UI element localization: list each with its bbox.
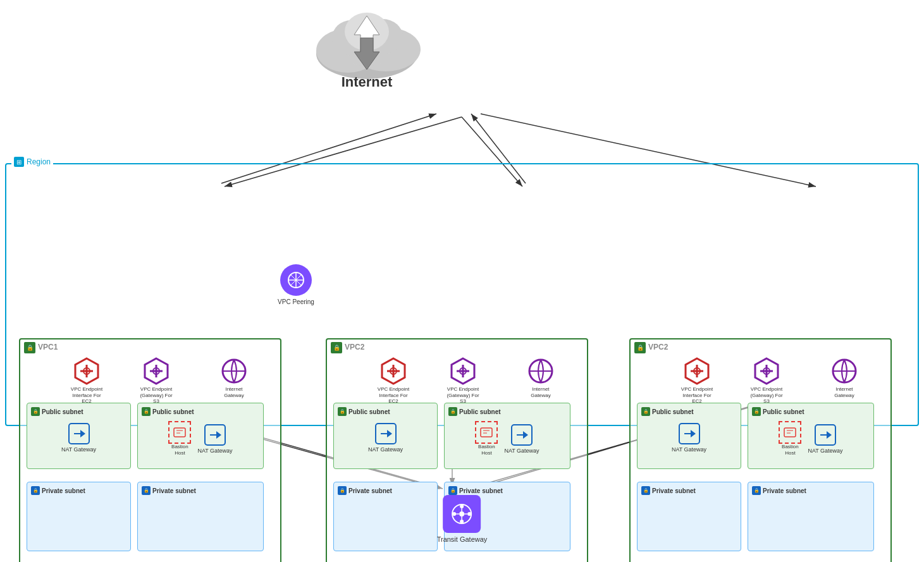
vpc1-ps2-nat: NAT Gateway — [197, 424, 232, 454]
transit-gateway-svg — [450, 501, 475, 527]
svg-marker-41 — [216, 431, 221, 439]
vpc2-public-subnet2: 🔒 Public subnet BastionHost — [444, 403, 570, 469]
vpc1-ps1-lock: 🔒 — [31, 407, 40, 416]
vpc2-bastion-label: BastionHost — [475, 444, 498, 456]
vpc2-ps2-label: Public subnet — [459, 408, 501, 415]
vpc-peering: VPC Peering — [271, 264, 321, 305]
vpc1-bastion-icon — [168, 421, 191, 444]
vpc2-ps1-label: Public subnet — [348, 408, 390, 415]
transit-gateway-label: Transit Gateway — [437, 535, 488, 543]
vpc2-priv2-label: Private subnet — [459, 487, 503, 494]
vpc2-bastion: BastionHost — [475, 421, 498, 456]
vpc3-endpoint-gateway-label: VPC Endpoint(Gateway) For S3 — [748, 386, 785, 405]
vpc2-ps2-nat: NAT Gateway — [504, 424, 539, 454]
vpc1-bastion: BastionHost — [168, 421, 191, 456]
vpc1-endpoint-interface: VPC EndpointInterface For EC2 — [68, 357, 106, 405]
vpc2-endpoint-gateway-icon — [449, 357, 477, 385]
svg-marker-78 — [691, 430, 696, 437]
vpc1-endpoint-interface-icon — [73, 357, 101, 385]
vpc1-internet-gateway-label: Internet Gateway — [215, 386, 253, 398]
vpc1-box: 🔒 VPC1 VPC EndpointInterface For EC2 — [19, 338, 281, 562]
vpc2-ps2-nat-icon — [510, 424, 533, 446]
vpc1-ps2-nat-icon — [204, 424, 226, 446]
vpc1-ps1-nat-label: NAT Gateway — [31, 446, 126, 453]
vpc2-internet-gateway: Internet Gateway — [522, 357, 560, 398]
vpc3-internet-gateway-icon — [830, 357, 858, 385]
vpc3-endpoint-gateway-icon — [753, 357, 780, 385]
transit-gateway: Transit Gateway — [437, 495, 488, 543]
vpc3-ps2-label: Public subnet — [763, 408, 804, 415]
diagram-container: Internet ⊞ Region 🔒 VPC1 VPC EndpointInt… — [0, 0, 924, 562]
vpc3-lock: 🔒 — [634, 342, 646, 353]
cloud-icon — [304, 6, 430, 82]
vpc1-public-subnet2: 🔒 Public subnet BastionHost — [137, 403, 264, 469]
vpc2-bastion-icon — [475, 421, 498, 444]
vpc1-internet-gateway: Internet Gateway — [215, 357, 253, 398]
vpc1-priv1-label: Private subnet — [42, 487, 85, 494]
vpc2-lock: 🔒 — [331, 342, 342, 353]
vpc3-public-subnet1: 🔒 Public subnet NAT Gateway — [637, 403, 741, 469]
vpc3-internet-gateway-label: Internet Gateway — [825, 386, 863, 398]
vpc3-label: VPC2 — [648, 343, 668, 351]
vpc2-ps1-nat-label: NAT Gateway — [338, 446, 433, 453]
vpc2-priv1-label: Private subnet — [348, 487, 392, 494]
region-box: ⊞ Region 🔒 VPC1 VPC EndpointInterface Fo… — [5, 163, 919, 426]
vpc3-ps2-nat: NAT Gateway — [808, 424, 842, 454]
svg-point-87 — [460, 504, 464, 508]
vpc1-priv1-lock: 🔒 — [31, 486, 40, 495]
vpc2-label: VPC2 — [345, 343, 364, 351]
vpc3-endpoint-interface-label: VPC EndpointInterface For EC2 — [678, 386, 716, 405]
vpc3-bastion: BastionHost — [779, 421, 801, 456]
vpc3-priv1-label: Private subnet — [652, 487, 696, 494]
vpc2-ps1-nat: NAT Gateway — [338, 422, 433, 453]
vpc1-label: VPC1 — [38, 343, 58, 351]
vpc1-endpoint-gateway-label: VPC Endpoint(Gateway) For S3 — [137, 386, 175, 405]
vpc1-ps1-label: Public subnet — [42, 408, 83, 415]
vpc2-internet-gateway-label: Internet Gateway — [522, 386, 560, 398]
vpc1-endpoint-gateway: VPC Endpoint(Gateway) For S3 — [137, 357, 175, 405]
vpc1-endpoint-interface-label: VPC EndpointInterface For EC2 — [68, 386, 106, 405]
vpc-peering-svg — [286, 270, 306, 290]
vpc2-endpoint-gateway: VPC Endpoint(Gateway) For S3 — [444, 357, 482, 405]
region-icon: ⊞ — [14, 157, 24, 167]
vpc2-public-subnet1: 🔒 Public subnet NAT Gateway — [333, 403, 438, 469]
svg-rect-36 — [174, 428, 185, 437]
vpc1-bastion-label: BastionHost — [168, 444, 191, 456]
region-label: ⊞ Region — [11, 157, 53, 167]
vpc3-nat-icon — [678, 422, 701, 445]
vpc2-endpoint-interface: VPC EndpointInterface For EC2 — [374, 357, 412, 405]
vpc1-ps2-label: Public subnet — [152, 408, 194, 415]
vpc3-priv1-lock: 🔒 — [641, 486, 650, 495]
vpc3-private-subnet2: 🔒 Private subnet — [748, 482, 874, 551]
vpc1-ps2-lock: 🔒 — [142, 407, 151, 416]
vpc2-private-subnet1: 🔒 Private subnet — [333, 482, 438, 551]
svg-marker-84 — [827, 431, 832, 439]
vpc2-priv1-lock: 🔒 — [338, 486, 347, 495]
vpc1-lock: 🔒 — [24, 342, 35, 353]
vpc-peering-label: VPC Peering — [271, 298, 321, 305]
vpc1-nat-icon — [68, 422, 90, 445]
transit-gateway-icon — [443, 495, 481, 533]
svg-point-86 — [460, 511, 465, 516]
vpc2-nat-icon — [374, 422, 397, 445]
vpc3-box: 🔒 VPC2 VPC EndpointInterface For EC2 — [629, 338, 892, 562]
vpc2-ps2-lock: 🔒 — [448, 407, 457, 416]
vpc2-endpoint-interface-icon — [379, 357, 407, 385]
vpc3-ps1-nat: NAT Gateway — [641, 422, 737, 453]
svg-point-89 — [453, 512, 457, 516]
vpc3-endpoint-interface-icon — [683, 357, 711, 385]
svg-text:⊞: ⊞ — [16, 159, 22, 166]
vpc1-private-subnet1: 🔒 Private subnet — [27, 482, 131, 551]
internet-cloud: Internet — [297, 6, 436, 90]
vpc1-ps2-nat-label: NAT Gateway — [197, 448, 232, 454]
vpc1-public-subnet1: 🔒 Public subnet NAT Gateway — [27, 403, 131, 469]
svg-point-90 — [468, 512, 472, 516]
vpc3-ps2-nat-icon — [814, 424, 837, 446]
vpc2-priv2-lock: 🔒 — [448, 486, 457, 495]
vpc1-ps1-nat: NAT Gateway — [31, 422, 126, 453]
svg-rect-60 — [481, 428, 492, 437]
vpc3-internet-gateway: Internet Gateway — [825, 357, 863, 398]
vpc3-endpoint-gateway: VPC Endpoint(Gateway) For S3 — [748, 357, 785, 405]
vpc1-endpoint-gateway-icon — [142, 357, 170, 385]
vpc3-private-subnet1: 🔒 Private subnet — [637, 482, 741, 551]
